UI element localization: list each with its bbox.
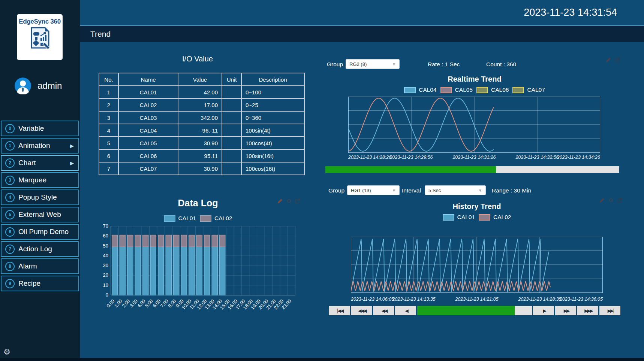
history-seek-bar[interactable] (417, 306, 532, 315)
legend-item[interactable]: CAL06 (476, 87, 509, 93)
legend-item[interactable]: CAL05 (440, 87, 473, 93)
realtime-legend: CAL04 CAL05 CAL06 CAL07 (349, 87, 600, 93)
skip-to-end-button[interactable]: ▶▶| (599, 306, 620, 315)
legend-swatch (479, 214, 490, 221)
fast-forward-button[interactable]: ▶▶ (555, 306, 576, 315)
svg-text:0:00: 0:00 (106, 298, 116, 309)
sidebar-item-chart[interactable]: 2 Chart ▶ (1, 155, 79, 171)
sidebar-item-label: Action Log (18, 245, 52, 253)
table-header-row: No. Name Value Unit Description (99, 73, 304, 86)
cell-unit (222, 86, 241, 98)
rate-text: Rate : 1 Sec (428, 61, 460, 68)
legend-item[interactable]: CAL01 (443, 214, 475, 221)
x-axis-tick-label: 2023-11-23 14:28:26 (348, 155, 391, 160)
menu-number-icon: 7 (5, 245, 15, 254)
col-header: Unit (222, 73, 241, 86)
top-bar: 2023-11-23 14:31:54 (80, 0, 644, 26)
sidebar-item-marquee[interactable]: 3 Marquee (1, 172, 79, 188)
menu-number-icon: 2 (5, 158, 15, 168)
sidebar-item-external-web[interactable]: 5 External Web (1, 207, 79, 222)
avatar[interactable] (14, 77, 31, 94)
fast-rewind-3x-button[interactable]: ◀◀◀ (351, 306, 372, 315)
sidebar-item-recipe[interactable]: 9 Recipe (1, 276, 79, 291)
datalog-title: Data Log (99, 198, 297, 209)
edgesync-dashboard: EdgeSync 360 admin (0, 0, 644, 361)
history-interval-select[interactable]: 5 Sec ▼ (425, 185, 486, 195)
cell-no: 4 (99, 124, 118, 137)
skip-to-start-button[interactable]: |◀◀ (329, 306, 350, 315)
sidebar-item-action-log[interactable]: 7 Action Log (1, 241, 79, 257)
sidebar-item-alarm[interactable]: 8 Alarm (1, 258, 79, 274)
cell-value: 30.90 (178, 162, 222, 175)
legend-item[interactable]: CAL02 (479, 214, 511, 221)
sidebar-item-label: Recipe (18, 279, 40, 288)
legend-item[interactable]: CAL01 (164, 215, 196, 222)
legend-swatch (200, 215, 211, 222)
step-forward-button[interactable]: ▶ (533, 306, 554, 315)
legend-label: CAL05 (455, 87, 473, 93)
legend-label: CAL01 (457, 214, 475, 221)
realtime-title: Realtime Trend (349, 75, 600, 84)
menu-number-icon: 5 (5, 210, 15, 219)
svg-text:20: 20 (103, 272, 108, 278)
realtime-progress-bar (325, 166, 619, 173)
cell-unit (222, 111, 241, 124)
history-line-chart (351, 237, 603, 293)
fast-rewind-button[interactable]: ◀◀ (373, 306, 394, 315)
legend-item[interactable]: CAL04 (404, 87, 436, 93)
sidebar-item-variable[interactable]: 0 Variable (1, 121, 79, 136)
group-label: Group (328, 187, 344, 194)
cell-description: 0~25 (241, 98, 304, 111)
cell-no: 6 (99, 149, 118, 162)
history-panel-actions: ⚙ (599, 197, 623, 203)
legend-label: CAL07 (527, 87, 545, 93)
edit-pencil-icon[interactable] (605, 57, 611, 63)
fast-forward-3x-button[interactable]: ▶▶▶ (577, 306, 598, 315)
history-title: History Trend (351, 202, 602, 211)
svg-text:60: 60 (103, 233, 108, 239)
step-back-button[interactable]: ◀ (395, 306, 416, 315)
legend-swatch (440, 87, 452, 93)
submenu-arrow-icon: ▶ (70, 160, 74, 166)
progress-fill (417, 306, 515, 315)
svg-text:0: 0 (106, 292, 108, 298)
menu-number-icon: 4 (5, 193, 15, 202)
legend-item[interactable]: CAL02 (200, 215, 232, 222)
sidebar: EdgeSync 360 admin (0, 0, 80, 359)
datalog-bar-chart: 0102030405060700:001:002:003:004:005:006… (92, 223, 301, 320)
svg-text:4:00: 4:00 (136, 298, 147, 309)
sidebar-item-popup-style[interactable]: 4 Popup Style (1, 189, 79, 205)
sidebar-item-label: External Web (18, 210, 61, 219)
sidebar-item-animation[interactable]: 1 Animation ▶ (1, 138, 79, 154)
clock-timestamp: 2023-11-23 14:31:54 (524, 7, 617, 18)
history-group-select[interactable]: HG1 (13) ▼ (347, 185, 400, 195)
legend-swatch (476, 87, 488, 93)
settings-gear-icon[interactable]: ⚙ (3, 348, 10, 357)
sidebar-item-oil-pump-demo[interactable]: 6 Oil Pump Demo (1, 224, 79, 240)
menu-number-icon: 8 (5, 262, 15, 271)
cell-unit (222, 124, 241, 137)
select-value: 5 Sec (428, 188, 441, 193)
open-in-new-icon[interactable] (617, 197, 623, 203)
col-header: No. (99, 73, 118, 86)
cell-name: CAL05 (118, 137, 178, 149)
chart-settings-gear-icon[interactable]: ⚙ (608, 197, 613, 203)
svg-text:2:00: 2:00 (121, 298, 131, 309)
svg-text:7:00: 7:00 (159, 298, 169, 309)
x-axis-tick-label: 2023-11-23 14:31:26 (452, 155, 496, 160)
svg-text:70: 70 (103, 223, 108, 229)
menu-number-icon: 9 (5, 279, 15, 288)
svg-text:6:00: 6:00 (152, 298, 162, 309)
col-header: Value (178, 73, 222, 86)
realtime-group-select[interactable]: RG2 (8) ▼ (346, 59, 400, 69)
open-in-new-icon[interactable] (615, 57, 621, 63)
cell-description: 0~100 (241, 86, 304, 98)
table-row: 4 CAL04 -96.-11 100sin(4t) (99, 124, 304, 137)
menu-number-icon: 0 (5, 124, 15, 133)
table-row: 6 CAL06 95.11 100sin(16t) (99, 149, 304, 162)
io-table-title: I/O Value (99, 55, 297, 63)
legend-item[interactable]: CAL07 (512, 87, 545, 93)
history-x-axis-labels: 2023-11-23 14:06:052023-11-23 14:13:3520… (351, 297, 603, 303)
page-title-bar: Trend (80, 26, 644, 42)
legend-swatch (512, 87, 524, 93)
